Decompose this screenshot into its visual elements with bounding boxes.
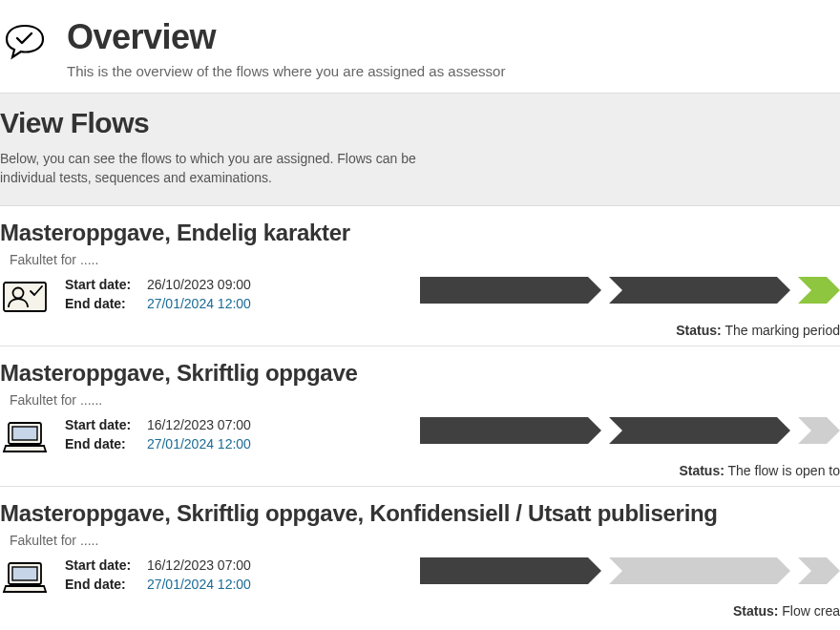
svg-rect-11: [12, 567, 37, 580]
progress-chevrons: [367, 417, 840, 444]
chevron-step: [420, 277, 601, 304]
flow-dates: Start date: 26/10/2023 09:00 End date: 2…: [65, 277, 351, 315]
flow-status: Status: Flow crea: [733, 603, 840, 619]
overview-icon: [0, 17, 50, 61]
status-text: Flow crea: [782, 603, 840, 619]
chevron-step-active: [798, 277, 840, 304]
end-date-label: End date:: [65, 296, 143, 311]
page-title: Overview: [67, 17, 505, 57]
laptop-icon: [0, 417, 50, 455]
flow-faculty: Fakultet for .....: [10, 252, 840, 267]
chevron-step: [798, 417, 840, 444]
start-date-label: Start date:: [65, 417, 143, 432]
section-description: Below, you can see the flows to which yo…: [0, 149, 449, 188]
svg-marker-8: [609, 417, 790, 444]
flow-dates: Start date: 16/12/2023 07:00 End date: 2…: [65, 417, 351, 455]
svg-marker-2: [420, 277, 601, 304]
flow-title: Masteroppgave, Skriftlig oppgave: [0, 360, 840, 387]
flow-card[interactable]: Masteroppgave, Endelig karakter Fakultet…: [0, 206, 840, 346]
flow-card[interactable]: Masteroppgave, Skriftlig oppgave Fakulte…: [0, 346, 840, 487]
chevron-step: [798, 557, 840, 584]
start-date-value: 16/12/2023 07:00: [147, 557, 251, 573]
flow-faculty: Fakultet for ......: [10, 392, 840, 408]
flow-status: Status: The flow is open to: [679, 463, 840, 478]
status-text: The marking period: [724, 323, 840, 338]
chevron-step: [609, 557, 790, 584]
end-date-value: 27/01/2024 12:00: [147, 296, 251, 311]
svg-marker-9: [798, 417, 840, 444]
start-date-label: Start date:: [65, 277, 143, 292]
status-label: Status:: [679, 463, 724, 478]
end-date-label: End date:: [65, 436, 143, 452]
end-date-label: End date:: [65, 577, 143, 592]
progress-chevrons: [367, 557, 840, 584]
svg-rect-0: [4, 283, 46, 311]
flow-title: Masteroppgave, Endelig karakter: [0, 220, 840, 246]
speech-check-icon: [4, 23, 46, 61]
svg-rect-6: [12, 427, 37, 440]
person-check-icon: [0, 277, 50, 315]
flow-faculty: Fakultet for .....: [10, 533, 840, 548]
status-text: The flow is open to: [727, 463, 840, 478]
chevron-step: [420, 557, 601, 584]
progress-chevrons: [367, 277, 840, 304]
flow-card[interactable]: Masteroppgave, Skriftlig oppgave, Konfid…: [0, 487, 840, 626]
page-subtitle: This is the overview of the flows where …: [67, 63, 505, 79]
svg-marker-14: [798, 557, 840, 584]
end-date-value: 27/01/2024 12:00: [147, 436, 251, 452]
flow-list: Masteroppgave, Endelig karakter Fakultet…: [0, 206, 840, 626]
start-date-value: 16/12/2023 07:00: [147, 417, 251, 432]
svg-marker-3: [609, 277, 790, 304]
laptop-icon: [0, 557, 50, 596]
chevron-step: [609, 417, 790, 444]
svg-marker-12: [420, 557, 601, 584]
chevron-step: [609, 277, 790, 304]
svg-marker-7: [420, 417, 601, 444]
flow-title: Masteroppgave, Skriftlig oppgave, Konfid…: [0, 500, 840, 527]
flow-dates: Start date: 16/12/2023 07:00 End date: 2…: [65, 557, 351, 596]
svg-marker-13: [609, 557, 790, 584]
status-label: Status:: [733, 603, 778, 619]
view-flows-panel: View Flows Below, you can see the flows …: [0, 93, 840, 206]
start-date-label: Start date:: [65, 557, 143, 573]
page-header: Overview This is the overview of the flo…: [0, 0, 840, 93]
flow-status: Status: The marking period: [676, 323, 840, 338]
svg-marker-4: [798, 277, 840, 304]
end-date-value: 27/01/2024 12:00: [147, 577, 251, 592]
status-label: Status:: [676, 323, 721, 338]
chevron-step: [420, 417, 601, 444]
start-date-value: 26/10/2023 09:00: [147, 277, 251, 292]
section-title: View Flows: [0, 107, 840, 139]
